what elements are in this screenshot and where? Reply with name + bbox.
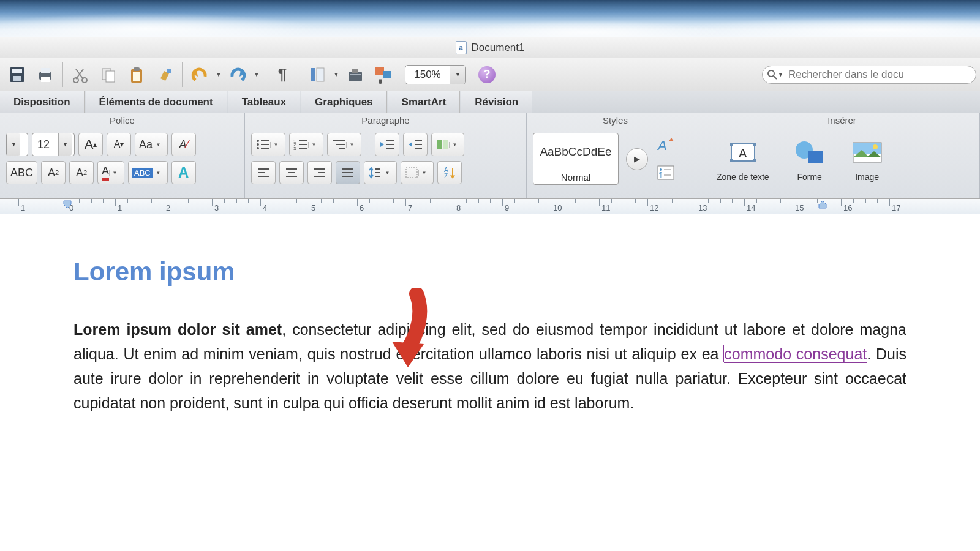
sidebar-button[interactable] bbox=[304, 62, 331, 88]
strikethrough-button[interactable]: ABC bbox=[6, 161, 37, 184]
style-normal[interactable]: AaBbCcDdEe Normal bbox=[533, 133, 619, 185]
align-right-button[interactable] bbox=[307, 161, 332, 184]
svg-text:3: 3 bbox=[293, 146, 296, 151]
copy-button[interactable] bbox=[95, 62, 122, 88]
right-indent-marker[interactable] bbox=[818, 200, 827, 211]
svg-point-7 bbox=[82, 78, 87, 83]
text-direction-button[interactable]: ▼ bbox=[431, 133, 464, 156]
document-heading: Lorem ipsum bbox=[74, 257, 907, 287]
print-button[interactable] bbox=[32, 62, 59, 88]
search-input[interactable] bbox=[788, 69, 973, 81]
svg-point-26 bbox=[257, 143, 259, 146]
tab-tableaux[interactable]: Tableaux bbox=[228, 91, 300, 113]
redo-dropdown[interactable]: ▼ bbox=[252, 72, 261, 78]
tab-graphiques[interactable]: Graphiques bbox=[301, 91, 386, 113]
svg-rect-45 bbox=[437, 140, 442, 149]
paragraph-hyperlink[interactable]: commodo consequat bbox=[724, 345, 867, 363]
show-formatting-button[interactable]: ¶ bbox=[269, 62, 296, 88]
group-title-police: Police bbox=[6, 113, 238, 129]
insert-textbox-button[interactable]: A Zone de texte bbox=[710, 133, 775, 184]
grow-font-button[interactable]: A▴ bbox=[78, 133, 103, 156]
svg-rect-5 bbox=[41, 77, 50, 82]
media-browser-button[interactable] bbox=[370, 62, 397, 88]
font-color-button[interactable]: A▼ bbox=[97, 161, 124, 184]
zoom-combo[interactable]: ▼ bbox=[405, 65, 466, 84]
shrink-font-button[interactable]: A▾ bbox=[107, 133, 131, 156]
align-center-button[interactable] bbox=[279, 161, 304, 184]
subscript-button[interactable]: A2 bbox=[69, 161, 94, 184]
save-button[interactable] bbox=[4, 62, 31, 88]
format-painter-button[interactable] bbox=[151, 62, 178, 88]
tab-revision[interactable]: Révision bbox=[461, 91, 532, 113]
svg-point-28 bbox=[257, 147, 259, 149]
window-title: Document1 bbox=[472, 42, 525, 54]
svg-rect-18 bbox=[352, 69, 358, 73]
sort-button[interactable]: AZ bbox=[437, 161, 462, 184]
main-toolbar: ▼ ▼ ¶ ▼ ▼ ? ▼ bbox=[0, 58, 980, 91]
tab-smartart[interactable]: SmartArt bbox=[388, 91, 461, 113]
bullets-button[interactable]: ▼ bbox=[251, 133, 285, 156]
superscript-button[interactable]: A2 bbox=[41, 161, 66, 184]
tab-disposition[interactable]: Disposition bbox=[0, 91, 85, 113]
insert-shape-label: Forme bbox=[797, 172, 821, 182]
styles-list-button[interactable]: ¶ bbox=[655, 163, 676, 182]
decrease-indent-button[interactable] bbox=[375, 133, 399, 156]
undo-dropdown[interactable]: ▼ bbox=[214, 72, 223, 78]
styles-pane-button[interactable]: A bbox=[655, 137, 676, 157]
clear-formatting-button[interactable]: A⁄ bbox=[172, 133, 196, 156]
svg-rect-73 bbox=[753, 143, 756, 146]
cut-button[interactable] bbox=[67, 62, 94, 88]
toolbox-button[interactable] bbox=[342, 62, 369, 88]
insert-shape-button[interactable]: Forme bbox=[786, 133, 833, 184]
svg-rect-74 bbox=[730, 159, 733, 162]
svg-point-22 bbox=[768, 70, 774, 77]
insert-image-label: Image bbox=[855, 172, 879, 182]
horizontal-ruler[interactable]: 101234567891011121314151617 bbox=[0, 199, 980, 214]
font-name-dropdown[interactable]: ▼ bbox=[6, 133, 28, 156]
group-styles: Styles AaBbCcDdEe Normal ▶ A ¶ bbox=[527, 113, 704, 198]
svg-rect-2 bbox=[13, 76, 21, 81]
zoom-input[interactable] bbox=[405, 69, 450, 81]
multilevel-list-button[interactable]: ▼ bbox=[327, 133, 361, 156]
window-titlebar: a Document1 bbox=[0, 37, 980, 58]
undo-button[interactable] bbox=[186, 62, 213, 88]
sidebar-dropdown[interactable]: ▼ bbox=[332, 72, 341, 78]
document-page[interactable]: Lorem ipsum Lorem ipsum dolor sit amet, … bbox=[0, 214, 980, 440]
search-box[interactable]: ▼ bbox=[762, 66, 976, 84]
styles-more-button[interactable]: ▶ bbox=[626, 148, 648, 170]
align-left-button[interactable] bbox=[251, 161, 276, 184]
tab-elements-document[interactable]: Éléments de document bbox=[86, 91, 227, 113]
help-button[interactable]: ? bbox=[478, 66, 496, 83]
paste-button[interactable] bbox=[123, 62, 150, 88]
svg-rect-17 bbox=[350, 74, 361, 75]
text-effects-button[interactable]: A bbox=[172, 161, 196, 184]
svg-rect-4 bbox=[41, 68, 50, 73]
svg-rect-62 bbox=[406, 168, 417, 178]
svg-rect-15 bbox=[317, 68, 324, 81]
increase-indent-button[interactable] bbox=[403, 133, 428, 156]
borders-button[interactable]: ▼ bbox=[401, 161, 434, 184]
highlight-button[interactable]: ABC▼ bbox=[128, 161, 168, 184]
group-police: Police ▼ ▼ A▴ A▾ Aa▼ A⁄ ABC A2 A2 A▼ ABC… bbox=[0, 113, 245, 198]
svg-rect-13 bbox=[167, 69, 172, 73]
font-size-combo[interactable]: ▼ bbox=[32, 133, 75, 156]
svg-rect-14 bbox=[311, 68, 315, 81]
search-icon[interactable]: ▼ bbox=[767, 70, 783, 80]
svg-rect-16 bbox=[349, 72, 362, 81]
ribbon-tabs: Disposition Éléments de document Tableau… bbox=[0, 91, 980, 113]
font-size-input[interactable] bbox=[32, 133, 58, 156]
line-spacing-button[interactable]: ▼ bbox=[364, 161, 397, 184]
align-justify-button[interactable] bbox=[336, 161, 360, 184]
redo-button[interactable] bbox=[224, 62, 251, 88]
font-size-dropdown[interactable]: ▼ bbox=[58, 133, 72, 156]
numbering-button[interactable]: 123▼ bbox=[289, 133, 323, 156]
style-name: Normal bbox=[533, 170, 618, 184]
zoom-dropdown[interactable]: ▼ bbox=[450, 66, 466, 84]
insert-image-button[interactable]: Image bbox=[844, 133, 891, 184]
svg-text:A: A bbox=[739, 146, 747, 160]
svg-rect-11 bbox=[134, 67, 140, 71]
group-title-paragraphe: Paragraphe bbox=[251, 113, 520, 129]
document-paragraph: Lorem ipsum dolor sit amet, consectetur … bbox=[74, 317, 907, 415]
change-case-button[interactable]: Aa▼ bbox=[135, 133, 168, 156]
svg-text:Z: Z bbox=[444, 173, 448, 179]
